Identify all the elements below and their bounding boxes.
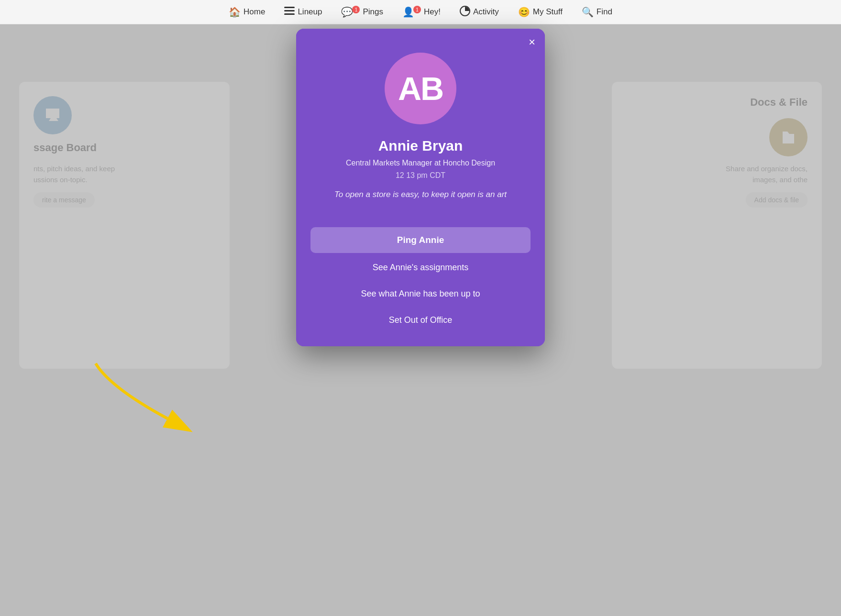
modal-actions: Ping Annie See Annie's assignments See w… <box>296 218 545 346</box>
ping-annie-button[interactable]: Ping Annie <box>310 227 531 253</box>
modal-close-button[interactable]: × <box>529 36 535 48</box>
user-profile-modal: × AB Annie Bryan Central Markets Manager… <box>296 29 545 346</box>
user-status: To open a store is easy, to keep it open… <box>334 188 507 201</box>
set-out-of-office-button[interactable]: Set Out of Office <box>310 308 531 332</box>
avatar: AB <box>385 53 456 124</box>
avatar-initials: AB <box>398 70 443 107</box>
arrow-annotation <box>72 349 263 445</box>
modal-backdrop: × AB Annie Bryan Central Markets Manager… <box>0 0 841 616</box>
user-local-time: 12 13 pm CDT <box>396 171 445 180</box>
user-job-title: Central Markets Manager at Honcho Design <box>346 158 495 168</box>
see-activity-button[interactable]: See what Annie has been up to <box>310 282 531 306</box>
modal-top-section: AB Annie Bryan Central Markets Manager a… <box>296 29 545 218</box>
user-name: Annie Bryan <box>378 138 463 154</box>
see-assignments-button[interactable]: See Annie's assignments <box>310 256 531 279</box>
